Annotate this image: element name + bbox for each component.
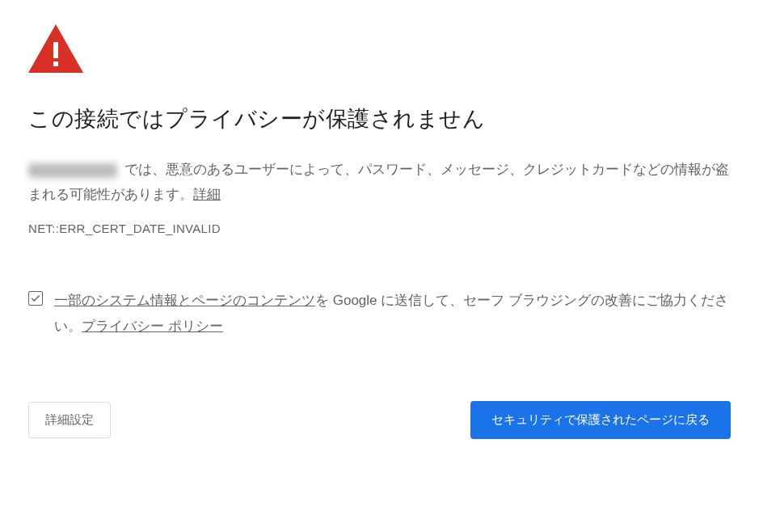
opt-in-text: 一部のシステム情報とページのコンテンツを Google に送信して、セーフ ブラ… xyxy=(54,288,731,340)
opt-in-row: 一部のシステム情報とページのコンテンツを Google に送信して、セーフ ブラ… xyxy=(28,288,731,340)
svg-rect-1 xyxy=(53,42,58,58)
button-row: 詳細設定 セキュリティで保護されたページに戻る xyxy=(28,401,731,439)
privacy-policy-link[interactable]: プライバシー ポリシー xyxy=(82,319,223,334)
description-text: では、悪意のあるユーザーによって、パスワード、メッセージ、クレジットカードなどの… xyxy=(28,162,729,202)
back-to-safety-button[interactable]: セキュリティで保護されたページに戻る xyxy=(470,401,731,439)
warning-triangle-icon xyxy=(28,24,731,76)
error-code: NET::ERR_CERT_DATE_INVALID xyxy=(28,222,731,235)
opt-in-checkbox[interactable] xyxy=(28,291,43,306)
page-title: この接続ではプライバシーが保護されません xyxy=(28,104,731,133)
warning-description: では、悪意のあるユーザーによって、パスワード、メッセージ、クレジットカードなどの… xyxy=(28,158,731,207)
check-icon xyxy=(30,293,41,304)
svg-rect-2 xyxy=(53,61,58,66)
advanced-button[interactable]: 詳細設定 xyxy=(28,402,111,438)
system-info-link[interactable]: 一部のシステム情報とページのコンテンツ xyxy=(54,293,315,308)
redacted-domain xyxy=(28,163,117,178)
learn-more-link[interactable]: 詳細 xyxy=(193,187,221,202)
